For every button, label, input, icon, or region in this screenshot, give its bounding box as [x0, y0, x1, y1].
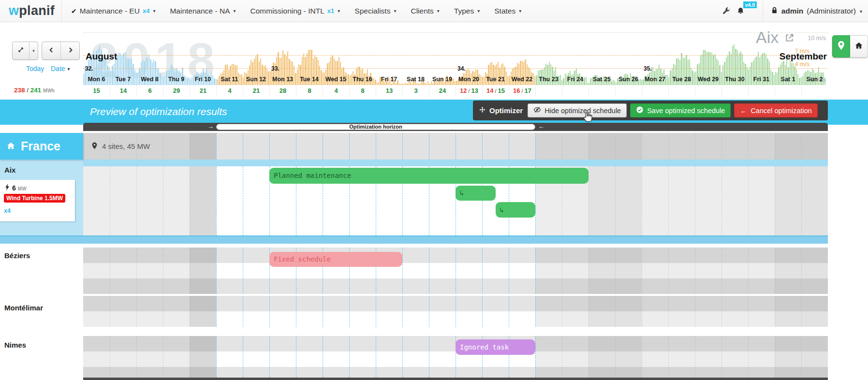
- day-energy-value: 21: [190, 86, 216, 97]
- menu-label: Types: [454, 7, 474, 15]
- grid-day-line: [588, 336, 589, 378]
- grid-day-line: [588, 166, 589, 235]
- grid-day-line: [136, 296, 137, 327]
- turbine-count: x4: [4, 207, 11, 214]
- home-view-button[interactable]: [850, 35, 868, 58]
- range-options-button[interactable]: ▾: [29, 42, 38, 59]
- day-label: Tue 7: [110, 73, 136, 85]
- menu-commissioning-intl[interactable]: Commissioning - INTLx1▾: [243, 0, 348, 22]
- wrench-icon[interactable]: [719, 0, 734, 22]
- user-menu[interactable]: admin (Administrator) ▾: [763, 0, 868, 22]
- today-link[interactable]: Today: [26, 65, 44, 73]
- chevron-left-icon: [48, 46, 55, 56]
- grid-day-line: [748, 336, 749, 378]
- site-name-montelimar[interactable]: Montélimar: [4, 304, 43, 312]
- grid-day-line: [668, 336, 669, 378]
- grid-day-line: [216, 296, 217, 327]
- week-number: 33.: [271, 65, 280, 72]
- task-planned[interactable]: ↳: [496, 202, 536, 218]
- grid-day-line: [456, 296, 456, 327]
- grid-day-line: [642, 166, 642, 235]
- version-badge: v4.0: [743, 1, 757, 8]
- menu-label: Maintenance - NA: [170, 7, 230, 15]
- grid-day-line: [163, 248, 163, 294]
- grid-day-line: [562, 296, 562, 327]
- week-number: 32.: [85, 65, 93, 72]
- power-value: 6: [12, 184, 16, 192]
- menu-maintenance-eu[interactable]: ✔Maintenance - EUx4▾: [64, 0, 162, 22]
- date-dropdown[interactable]: Date▾: [51, 65, 70, 73]
- arrow-left-icon: ←: [740, 106, 747, 115]
- move-arrows-icon: [479, 106, 486, 115]
- grid-day-line: [721, 166, 722, 235]
- country-header[interactable]: France: [0, 133, 83, 160]
- menu-count-badge: x1: [327, 7, 334, 15]
- grid-day-line: [695, 166, 695, 235]
- grid-day-line: [216, 248, 217, 294]
- site-title-text: Aix: [756, 28, 779, 47]
- chevron-right-icon: [67, 46, 74, 56]
- menu-states[interactable]: States▾: [487, 0, 529, 22]
- grid-day-line: [163, 296, 163, 327]
- day-energy-value: [535, 86, 562, 97]
- save-button-label: Save optimized schedule: [647, 107, 725, 115]
- map-view-button[interactable]: [832, 35, 850, 58]
- hide-optimized-schedule-button[interactable]: Hide optimized schedule: [528, 103, 627, 117]
- cancel-optimization-button[interactable]: ← Cancel optimization: [734, 103, 818, 117]
- day-energy-value: 3: [402, 86, 429, 97]
- day-energy-value: 15: [83, 86, 110, 97]
- previous-period-button[interactable]: [42, 42, 60, 59]
- turbine-type-badge[interactable]: Wind Turbine 1.5MW: [4, 194, 65, 203]
- task-planned[interactable]: Planned maintenance: [269, 168, 588, 184]
- menu-clients[interactable]: Clients▾: [403, 0, 446, 22]
- gantt-grid-montelimar: [83, 296, 828, 327]
- day-energy-value: 6: [136, 86, 163, 97]
- notifications-bell-icon[interactable]: v4.0: [734, 0, 748, 22]
- grid-day-line: [642, 336, 642, 378]
- grid-day-line: [721, 248, 722, 294]
- resize-range-button[interactable]: [13, 42, 29, 59]
- site-name-beziers[interactable]: Béziers: [4, 251, 30, 260]
- menu-maintenance-na[interactable]: Maintenance - NA▾: [162, 0, 243, 22]
- grid-day-line: [668, 248, 669, 294]
- optimizer-label: Optimizer: [479, 106, 523, 115]
- caret-down-icon: ▾: [394, 8, 396, 14]
- grid-day-line: [296, 296, 296, 327]
- menu-label: Maintenance - EU: [80, 7, 140, 15]
- site-name-nimes[interactable]: Nimes: [4, 341, 26, 349]
- day-energy-value: [562, 86, 588, 97]
- scale-label-4ms: 4 m/s: [794, 61, 809, 68]
- menu-types[interactable]: Types▾: [447, 0, 487, 22]
- external-link-icon[interactable]: [784, 28, 794, 47]
- grid-shade: [190, 166, 216, 235]
- optimizer-toolbar: Optimizer Hide optimized schedule Save o…: [473, 101, 828, 120]
- day-label: Wed 29: [695, 73, 721, 85]
- optimization-banner: Preview of optimization results Optimize…: [0, 100, 868, 125]
- day-energy-value: 16 / 17: [509, 86, 535, 97]
- menu-label: States: [494, 7, 515, 15]
- day-energy-value: [801, 86, 828, 97]
- save-optimized-schedule-button[interactable]: Save optimized schedule: [630, 103, 731, 117]
- task-fixed[interactable]: Fixed schedule: [269, 252, 402, 267]
- day-label: Tue 21: [482, 73, 509, 85]
- caret-down-icon: ▾: [477, 8, 480, 14]
- grid-day-line: [136, 336, 137, 378]
- grid-day-line: [323, 296, 323, 327]
- optimization-horizon-handle[interactable]: Optimization horizon: [216, 124, 535, 130]
- day-label: Sat 18: [402, 73, 429, 85]
- day-label: Fri 17: [376, 73, 402, 85]
- country-name: France: [21, 139, 60, 153]
- grid-day-line: [748, 248, 749, 294]
- day-energy-value: [721, 86, 748, 97]
- task-ignored[interactable]: Ignored task: [456, 339, 535, 355]
- gantt-bottom-scrollbar[interactable]: [83, 378, 828, 380]
- day-energy-value: 14 / 15: [482, 86, 509, 97]
- menu-specialists[interactable]: Specialists▾: [347, 0, 403, 22]
- wind-forecast-chart: 2018 10 m/s 7 m/s 4 m/s 0 m/s August Sep…: [83, 22, 828, 100]
- chart-site-title: Aix: [756, 28, 794, 47]
- site-name-aix[interactable]: Aix: [4, 166, 15, 174]
- next-period-button[interactable]: [61, 42, 79, 59]
- day-label: Sun 2: [801, 73, 828, 85]
- task-planned[interactable]: ↳: [456, 186, 496, 201]
- caret-down-icon: ▾: [338, 8, 340, 14]
